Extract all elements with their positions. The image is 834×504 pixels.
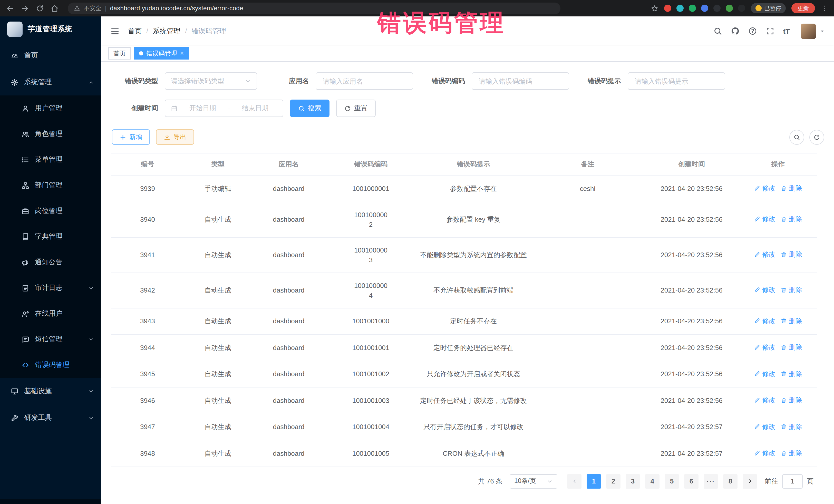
sidebar-item-system[interactable]: 系统管理 [0, 69, 101, 95]
table-header-row: 编号类型应用名错误码编码错误码提示备注创建时间操作 [111, 153, 817, 175]
export-button[interactable]: 导出 [156, 129, 194, 145]
extension-teal[interactable] [676, 5, 684, 12]
search-icon[interactable] [714, 27, 722, 36]
sidebar-item-audit-log[interactable]: 审计日志 [0, 275, 101, 301]
edit-link[interactable]: 修改 [754, 183, 775, 193]
url-text[interactable]: dashboard.yudao.iocoder.cn/system/error-… [110, 5, 243, 12]
extension-leaf[interactable] [726, 5, 733, 12]
extension-red[interactable] [664, 5, 671, 12]
next-page-button[interactable] [743, 474, 757, 488]
address-bar[interactable]: 不安全 | dashboard.yudao.iocoder.cn/system/… [68, 2, 561, 14]
search-button[interactable]: 搜索 [290, 100, 329, 117]
edit-link[interactable]: 修改 [754, 369, 775, 378]
delete-link[interactable]: 删除 [781, 422, 802, 431]
github-icon[interactable] [731, 27, 740, 36]
error-hint-input[interactable] [628, 72, 725, 90]
sidebar-item-notice[interactable]: 通知公告 [0, 249, 101, 275]
sidebar-item-error-code[interactable]: 错误码管理 [0, 352, 101, 378]
forward-icon[interactable] [21, 4, 29, 12]
delete-link[interactable]: 删除 [781, 214, 802, 224]
edit-link[interactable]: 修改 [754, 214, 775, 224]
edit-link[interactable]: 修改 [754, 250, 775, 259]
delete-link[interactable]: 删除 [781, 316, 802, 326]
reload-icon[interactable] [36, 4, 44, 12]
sidebar-item-online-user[interactable]: 在线用户 [0, 301, 101, 326]
bookmark-star-icon[interactable] [651, 4, 658, 12]
delete-link[interactable]: 删除 [781, 448, 802, 458]
extension-blue[interactable] [701, 5, 708, 12]
delete-link[interactable]: 删除 [781, 183, 802, 193]
edit-link[interactable]: 修改 [754, 316, 775, 326]
page-size-select[interactable]: 10条/页 [510, 474, 557, 488]
close-tab-icon[interactable]: × [180, 50, 184, 57]
edit-link[interactable]: 修改 [754, 342, 775, 352]
screenshot-root: 不安全 | dashboard.yudao.iocoder.cn/system/… [0, 0, 834, 504]
help-icon[interactable] [748, 27, 757, 36]
delete-link[interactable]: 删除 [781, 285, 802, 295]
date-range-picker[interactable]: 开始日期 - 结束日期 [165, 100, 283, 117]
delete-link[interactable]: 删除 [781, 369, 802, 378]
font-size-icon[interactable]: tT [783, 27, 790, 35]
pager-page-1[interactable]: 1 [587, 474, 601, 488]
prev-page-button[interactable] [567, 474, 581, 488]
megaphone-icon [22, 258, 29, 266]
emoji-icon [755, 5, 762, 11]
sidebar-item-sms[interactable]: 短信管理 [0, 326, 101, 352]
sidebar-item-menu[interactable]: 菜单管理 [0, 147, 101, 172]
filter-app-name: 应用名 [272, 72, 413, 90]
reset-button[interactable]: 重置 [336, 100, 376, 117]
paused-badge[interactable]: 已暂停 [751, 3, 786, 13]
pager-page-6[interactable]: 6 [684, 474, 699, 488]
user-menu[interactable] [800, 23, 825, 39]
sidebar-item-dict[interactable]: 字典管理 [0, 224, 101, 249]
extension-pin[interactable] [738, 5, 745, 12]
home-icon[interactable] [51, 4, 59, 12]
pager-more[interactable]: ··· [704, 474, 718, 488]
column-header: 创建时间 [644, 153, 739, 175]
edit-link[interactable]: 修改 [754, 285, 775, 295]
pager-page-8[interactable]: 8 [723, 474, 738, 488]
cell-memo [531, 202, 644, 237]
sidebar-item-dept[interactable]: 部门管理 [0, 172, 101, 198]
extension-green-v[interactable] [689, 5, 696, 12]
extension-dark-on[interactable] [714, 5, 721, 12]
column-header: 操作 [739, 153, 817, 175]
error-type-select[interactable]: 请选择错误码类型 [165, 72, 257, 90]
breadcrumb-item[interactable]: 首页 [128, 26, 142, 36]
error-code-input[interactable] [471, 72, 569, 90]
pager-page-5[interactable]: 5 [665, 474, 679, 488]
app-name-input[interactable] [316, 72, 413, 90]
update-button[interactable]: 更新 [791, 3, 815, 13]
sidebar-item-home[interactable]: 首页 [0, 42, 101, 69]
edit-link[interactable]: 修改 [754, 422, 775, 431]
goto-page-input[interactable] [782, 474, 803, 488]
delete-link[interactable]: 删除 [781, 250, 802, 259]
fullscreen-icon[interactable] [766, 27, 774, 36]
breadcrumb-item[interactable]: 系统管理 [153, 26, 180, 36]
add-button[interactable]: 新增 [112, 129, 150, 145]
delete-link[interactable]: 删除 [781, 342, 802, 352]
sidebar-item-label: 审计日志 [35, 283, 88, 292]
cell-time: 2021-04-20 23:52:56 [644, 272, 739, 308]
menu-fold-icon[interactable] [110, 26, 119, 36]
security-label[interactable]: 不安全 [84, 4, 101, 12]
sidebar-item-dev-tool[interactable]: 研发工具 [0, 404, 101, 431]
edit-link[interactable]: 修改 [754, 395, 775, 405]
pager-page-3[interactable]: 3 [626, 474, 640, 488]
paused-badge-label: 已暂停 [764, 4, 781, 12]
edit-link[interactable]: 修改 [754, 448, 775, 458]
pager-page-2[interactable]: 2 [606, 474, 620, 488]
browser-menu-icon[interactable] [821, 5, 828, 12]
refresh-table-button[interactable] [809, 130, 824, 145]
pager-page-4[interactable]: 4 [645, 474, 659, 488]
sidebar-item-infra[interactable]: 基础设施 [0, 378, 101, 404]
tab-error-code[interactable]: 错误码管理× [134, 47, 189, 60]
delete-link[interactable]: 删除 [781, 395, 802, 405]
logo[interactable]: 芋道管理系统 [0, 17, 101, 42]
tab-home[interactable]: 首页 [108, 47, 131, 60]
back-icon[interactable] [6, 4, 14, 12]
toggle-search-button[interactable] [789, 130, 804, 145]
sidebar-item-user[interactable]: 用户管理 [0, 95, 101, 121]
sidebar-item-post[interactable]: 岗位管理 [0, 198, 101, 224]
sidebar-item-role[interactable]: 角色管理 [0, 121, 101, 147]
